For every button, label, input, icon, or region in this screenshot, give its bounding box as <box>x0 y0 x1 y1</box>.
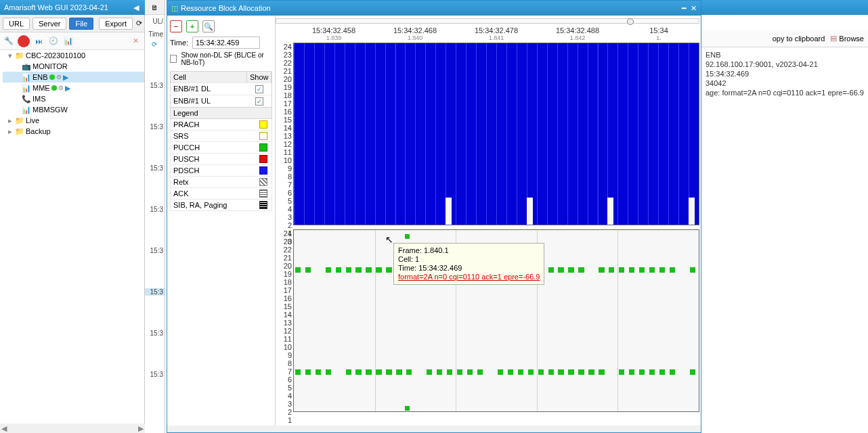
cell-name: ENB/#1 UL <box>171 95 247 107</box>
tree-item[interactable]: 📊MME⚙▶ <box>3 83 144 93</box>
legend-row: PRACH <box>170 119 272 131</box>
item-icon: 📞 <box>22 95 31 104</box>
legend-label: PUCCH <box>171 142 258 153</box>
stop-icon[interactable] <box>18 35 30 47</box>
y-axis-ul: 2423222120191817161514131211109876543210 <box>278 229 292 412</box>
mid-time[interactable]: 15:3 <box>145 82 165 89</box>
url-button[interactable]: URL <box>3 18 30 30</box>
tree-label: Backup <box>26 127 51 135</box>
legend-row: PUSCH <box>170 154 272 165</box>
gear-icon[interactable]: ⚙ <box>58 85 64 91</box>
show-checkbox[interactable]: ✓ <box>255 97 263 106</box>
copy-clipboard-button[interactable]: opy to clipboard <box>773 35 825 43</box>
tree-live[interactable]: ▸ 📁 Live <box>3 115 144 126</box>
expand-icon[interactable]: ▾ <box>7 51 14 60</box>
app-titlebar: Amarisoft Web GUI 2023-04-21 ◀ <box>0 0 145 15</box>
close-icon[interactable]: ✕ <box>691 4 697 13</box>
dialog-title: Ressource Block Allocation <box>178 4 682 12</box>
sidebar-scrollbar[interactable]: ◀▶ <box>0 424 145 433</box>
minimize-icon[interactable]: ━ <box>682 4 687 13</box>
item-icon: 📊 <box>22 106 31 114</box>
chart-icon[interactable]: 📊 <box>62 35 74 47</box>
clear-icon[interactable]: ✕ <box>129 35 142 47</box>
nondl-label: Show non-DL SF (BL/CE or NB-IoT) <box>181 51 272 66</box>
right-body: ENB92.168.100.17:9001, v2023-04-2115:34:… <box>701 47 868 100</box>
mid-time[interactable]: 15:3 <box>145 206 165 213</box>
time-ruler[interactable] <box>276 18 699 24</box>
server-button[interactable]: Server <box>32 18 66 30</box>
legend-label: Retx <box>171 177 258 187</box>
tooltip-detail: format=2A n=0 cqi=0110 ack=1 epre=-66.9 <box>398 273 540 281</box>
refresh-icon[interactable]: ⟳ <box>135 18 143 30</box>
app-title: Amarisoft Web GUI 2023-04-21 <box>4 3 131 12</box>
legend-row: Retx <box>170 177 272 188</box>
zoom-in-icon[interactable]: + <box>186 20 198 32</box>
right-panel: opy to clipboard ▤Browse ENB92.168.100.1… <box>701 0 868 433</box>
next-icon[interactable]: ⏭ <box>32 35 45 47</box>
legend-label: PDSCH <box>171 165 258 176</box>
dialog-icon: ◫ <box>171 4 178 13</box>
sidebar-toolbar-2: 🔧 ⏭ 🕘 📊 ✕ <box>0 32 144 50</box>
file-button[interactable]: File <box>69 18 93 30</box>
time-labels: 15:34:32.4581.83915:34:32.4681.84015:34:… <box>293 26 699 41</box>
dialog-bottom-scrollbar[interactable] <box>167 426 701 432</box>
legend-swatch <box>259 166 267 175</box>
play-icon[interactable]: ▶ <box>63 73 68 82</box>
mid-time[interactable]: 15:3 <box>145 288 165 296</box>
tree-item-label: ENB <box>32 73 48 81</box>
zoom-out-icon[interactable]: − <box>170 20 182 32</box>
collapse-icon[interactable]: ◀ <box>131 3 141 12</box>
mid-reload-icon2[interactable]: ⟳ <box>145 41 165 48</box>
legend-label: ACK <box>171 188 258 199</box>
browse-button[interactable]: ▤Browse <box>830 34 864 43</box>
status-icon <box>51 85 57 91</box>
mid-time[interactable]: 15:3 <box>145 329 165 337</box>
time-marker[interactable] <box>627 18 634 25</box>
folder-icon: 📁 <box>15 51 24 60</box>
legend-row: SIB, RA, Paging <box>170 200 272 211</box>
mid-time[interactable]: 15:3 <box>145 123 165 131</box>
tree-backup[interactable]: ▸ 📁 Backup <box>3 126 144 137</box>
legend-label: PUSCH <box>171 154 258 164</box>
legend-swatch <box>259 132 267 140</box>
clock-icon[interactable]: 🕘 <box>47 35 60 47</box>
info-line: 34042 <box>706 78 864 88</box>
expand-icon[interactable]: ▸ <box>7 127 14 136</box>
legend-swatch <box>259 178 267 186</box>
tree-item[interactable]: 📞IMS <box>3 93 144 104</box>
time-tick: 15:341. <box>618 26 699 41</box>
rb-dialog: ◫ Ressource Block Allocation ━ ✕ − + 🔍 T… <box>167 0 701 433</box>
status-icon <box>49 74 55 80</box>
tree-root-label: CBC-2023010100 <box>26 51 85 60</box>
item-icon: 📊 <box>22 84 31 93</box>
folder-icon: ▤ <box>830 34 837 43</box>
show-checkbox[interactable]: ✓ <box>255 85 263 93</box>
export-button[interactable]: Export <box>99 18 133 30</box>
mid-reload-icon[interactable]: 🗎 <box>145 0 165 15</box>
time-input[interactable] <box>192 37 260 49</box>
time-tick: 15:34:32.4881.842 <box>537 26 618 41</box>
sidebar: Amarisoft Web GUI 2023-04-21 ◀ URL Serve… <box>0 0 145 433</box>
plot-dl[interactable] <box>293 43 699 225</box>
tree-item[interactable]: 📺MONITOR <box>3 61 144 72</box>
tree-item[interactable]: 📊ENB⚙▶ <box>3 72 144 83</box>
mid-time[interactable]: 15:3 <box>145 371 165 378</box>
info-line: ENB <box>706 50 864 60</box>
wrench-icon[interactable]: 🔧 <box>3 35 15 47</box>
cursor-icon: ↖ <box>385 234 393 245</box>
magnify-icon[interactable]: 🔍 <box>202 20 215 32</box>
nav-tree: ▾ 📁 CBC-2023010100 📺MONITOR📊ENB⚙▶📊MME⚙▶📞… <box>3 50 144 137</box>
tree-root[interactable]: ▾ 📁 CBC-2023010100 <box>3 50 144 61</box>
expand-icon[interactable]: ▸ <box>7 116 14 125</box>
mid-time[interactable]: 15:3 <box>145 164 165 172</box>
play-icon[interactable]: ▶ <box>65 84 70 93</box>
legend-row: PUCCH <box>170 142 272 154</box>
legend-row: SRS <box>170 131 272 142</box>
nondl-checkbox[interactable] <box>170 55 177 63</box>
show-col-header: Show <box>247 72 272 83</box>
gear-icon[interactable]: ⚙ <box>56 74 62 81</box>
mid-time[interactable]: 15:3 <box>145 247 165 254</box>
tree-item[interactable]: 📊MBMSGW <box>3 104 144 115</box>
legend-label: SIB, RA, Paging <box>171 200 258 210</box>
legend-row: ACK <box>170 188 272 200</box>
